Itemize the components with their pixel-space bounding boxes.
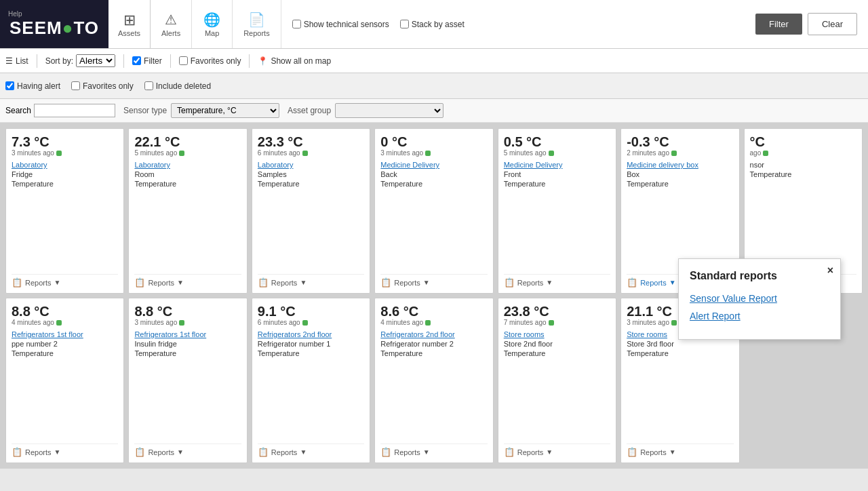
dropdown-arrow-icon: ▼ (300, 448, 307, 456)
card-location[interactable]: Refrigerators 1st floor (12, 330, 118, 338)
having-alert-label[interactable]: Having alert (5, 81, 60, 91)
map-nav-item[interactable]: 🌐 Map (192, 0, 233, 48)
filter-checkbox-label[interactable]: Filter (132, 56, 162, 66)
card-location[interactable]: Laboratory (258, 161, 364, 169)
favorites-only-checkbox[interactable] (179, 56, 188, 65)
stack-by-asset-label[interactable]: Stack by asset (400, 20, 465, 29)
card-value: 7.3 °C (12, 134, 118, 149)
favorites-only-filter-text: Favorites only (83, 81, 134, 91)
status-indicator (179, 320, 184, 326)
card-reports-button[interactable]: 📋 Reports ▼ (627, 444, 733, 457)
card-location[interactable]: Refrigerators 1st floor (134, 330, 241, 338)
top-navigation: Help SEEM●TO ⊞ Assets ⚠ Alerts 🌐 Map 📄 R… (0, 0, 868, 49)
sensor-card: 0 °C 3 minutes ago Medicine Delivery Bac… (374, 128, 493, 294)
reports-text: Reports (394, 448, 420, 456)
popup-close-button[interactable]: × (827, 264, 833, 277)
reports-text: Reports (640, 279, 667, 287)
card-location[interactable]: Medicine Delivery (504, 161, 610, 169)
alerts-nav-item[interactable]: ⚠ Alerts (151, 0, 192, 48)
card-location[interactable]: Refrigerators 2nd floor (258, 330, 364, 338)
stack-by-asset-checkbox[interactable] (400, 20, 409, 28)
include-deleted-checkbox[interactable] (144, 81, 153, 90)
card-reports-button[interactable]: 📋 Reports ▼ (12, 274, 118, 288)
time-text: 5 minutes ago (134, 149, 177, 157)
card-reports-button[interactable]: 📋 Reports ▼ (380, 274, 487, 288)
card-location[interactable]: Store rooms (504, 330, 610, 338)
include-deleted-label[interactable]: Include deleted (144, 81, 211, 91)
show-technical-checkbox[interactable] (292, 20, 301, 28)
having-alert-checkbox[interactable] (5, 81, 14, 90)
card-location[interactable]: Laboratory (12, 161, 118, 169)
filter-checkbox[interactable] (132, 56, 141, 65)
sort-select[interactable]: Alerts Name Value (76, 54, 115, 67)
card-reports-button[interactable]: 📋 Reports ▼ (504, 274, 610, 288)
help-link[interactable]: Help (8, 10, 22, 18)
status-indicator (425, 151, 431, 156)
show-all-map-button[interactable]: 📍 Show all on map (258, 56, 331, 66)
card-reports-button[interactable]: 📋 Reports ▼ (380, 444, 487, 457)
card-value: 8.6 °C (380, 304, 487, 319)
status-indicator (671, 320, 677, 326)
card-subloc: Back (380, 170, 487, 178)
map-label: Map (205, 29, 219, 37)
popup-title: Standard reports (690, 270, 829, 282)
assets-button[interactable]: ⊞ Assets (108, 0, 151, 48)
status-indicator (671, 151, 677, 156)
favorites-only-filter-checkbox[interactable] (71, 81, 80, 90)
logo-area: Help SEEM●TO (0, 0, 108, 48)
asset-group-select[interactable] (335, 103, 443, 118)
clear-button[interactable]: Clear (808, 13, 857, 35)
stack-by-asset-text: Stack by asset (412, 20, 465, 29)
alert-report-link[interactable]: Alert Report (690, 311, 829, 321)
nav-checkboxes: Show technical sensors Stack by asset (281, 0, 745, 48)
card-value: 0.5 °C (504, 134, 610, 149)
reports-doc-icon: 📋 (258, 447, 269, 457)
card-reports-button[interactable]: 📋 Reports ▼ (258, 444, 364, 457)
time-text: 6 minutes ago (258, 319, 300, 326)
show-technical-label[interactable]: Show technical sensors (292, 20, 389, 29)
reports-text: Reports (148, 279, 174, 287)
dropdown-arrow-icon: ▼ (54, 448, 61, 456)
search-label: Search (5, 106, 31, 115)
card-time: 6 minutes ago (258, 149, 364, 157)
card-reports-button[interactable]: 📋 Reports ▼ (134, 444, 241, 457)
logo: SEEM●TO (9, 18, 99, 39)
time-text: 2 minutes ago (627, 149, 669, 157)
filter-clear-area: Filter Clear (745, 0, 868, 48)
card-reports-button[interactable]: 📋 Reports ▼ (258, 274, 364, 288)
favorites-only-label[interactable]: Favorites only (179, 56, 241, 66)
reports-text: Reports (517, 279, 544, 287)
filter-button[interactable]: Filter (755, 14, 802, 35)
card-location[interactable]: Refrigerators 2nd floor (380, 330, 487, 338)
dropdown-arrow-icon: ▼ (669, 279, 676, 286)
time-text: 6 minutes ago (258, 149, 300, 157)
card-location[interactable]: Medicine delivery box (627, 161, 733, 169)
card-type: Temperature (134, 180, 241, 188)
divider-4 (249, 54, 250, 68)
card-time: 2 minutes ago (627, 149, 733, 157)
card-location[interactable]: Medicine Delivery (380, 161, 487, 169)
card-reports-button[interactable]: 📋 Reports ▼ (504, 444, 610, 457)
sensor-type-select[interactable]: Temperature, °C Humidity, % CO2, ppm (171, 103, 279, 118)
list-view-button[interactable]: ☰ List (5, 56, 28, 66)
card-location[interactable]: Laboratory (134, 161, 241, 169)
sensor-card: 8.8 °C 3 minutes ago Refrigerators 1st f… (128, 298, 247, 463)
card-subloc: Refrigerator number 1 (258, 340, 364, 348)
status-indicator (302, 320, 308, 326)
assets-icon: ⊞ (123, 12, 136, 29)
reports-doc-icon: 📋 (134, 447, 145, 457)
reports-nav-item[interactable]: 📄 Reports (233, 0, 281, 48)
favorites-only-filter-label[interactable]: Favorites only (71, 81, 134, 91)
sensor-card: 23.3 °C 6 minutes ago Laboratory Samples… (252, 128, 370, 294)
card-subloc: Fridge (12, 170, 118, 178)
sensor-value-report-link[interactable]: Sensor Value Report (690, 293, 829, 304)
search-input[interactable] (34, 104, 115, 117)
card-value: 8.8 °C (134, 304, 241, 319)
sensor-card: 9.1 °C 6 minutes ago Refrigerators 2nd f… (252, 298, 370, 463)
status-indicator (425, 320, 431, 326)
list-label: List (16, 56, 28, 66)
reports-text: Reports (640, 448, 667, 456)
card-reports-button[interactable]: 📋 Reports ▼ (12, 444, 118, 457)
card-reports-button[interactable]: 📋 Reports ▼ (134, 274, 241, 288)
card-type: Temperature (380, 349, 487, 357)
